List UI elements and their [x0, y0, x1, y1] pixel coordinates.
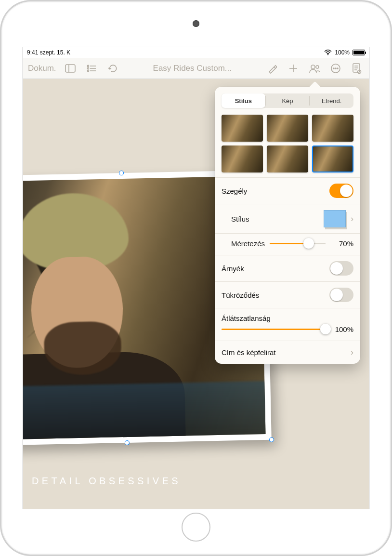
tab-image[interactable]: Kép	[266, 93, 310, 108]
preset-1[interactable]	[222, 115, 263, 142]
undo-button[interactable]	[103, 58, 123, 79]
tab-style[interactable]: Stílus	[222, 93, 265, 108]
svg-point-14	[333, 68, 334, 69]
insert-button[interactable]	[283, 58, 303, 79]
opacity-slider[interactable]	[222, 324, 326, 334]
format-tabs: Stílus Kép Elrend.	[222, 93, 353, 108]
format-popover: Stílus Kép Elrend. Szegély	[215, 87, 360, 364]
svg-point-15	[335, 68, 336, 69]
preset-6[interactable]	[312, 146, 353, 172]
svg-point-16	[337, 68, 338, 69]
border-style-preview	[324, 210, 346, 227]
collaborate-button[interactable]	[304, 58, 325, 79]
scale-label: Méretezés	[222, 239, 265, 248]
front-camera	[193, 20, 199, 27]
svg-point-0	[327, 54, 328, 55]
reflection-toggle[interactable]	[329, 288, 353, 302]
chevron-right-icon: ›	[348, 214, 353, 224]
svg-rect-1	[65, 65, 75, 72]
status-time: 9:41	[27, 49, 38, 56]
shadow-row: Árnyék	[215, 255, 360, 281]
preset-5[interactable]	[267, 146, 308, 172]
selection-handle-br[interactable]	[269, 437, 274, 442]
opacity-value: 100%	[330, 325, 353, 333]
more-button[interactable]	[326, 58, 346, 79]
format-brush-button[interactable]	[262, 58, 282, 79]
scale-value: 70%	[330, 239, 353, 248]
preset-3[interactable]	[312, 115, 353, 142]
document-canvas[interactable]: DETAIL OBSESSIVES Stílus Kép Elrend.	[23, 79, 369, 509]
scale-row: Méretezés 70%	[215, 233, 360, 255]
border-label: Szegély	[222, 187, 329, 195]
scale-slider[interactable]	[270, 238, 326, 248]
caption-row[interactable]: Cím és képfelirat ›	[215, 341, 360, 364]
status-right: 100%	[324, 49, 365, 56]
border-row: Szegély	[215, 177, 360, 204]
selection-handle-top[interactable]	[119, 171, 124, 175]
status-left: 9:41 szept. 15. K	[27, 49, 70, 56]
opacity-label: Átlátszatlanság	[215, 308, 360, 324]
wifi-icon	[324, 50, 332, 55]
battery-icon	[353, 50, 365, 55]
ipad-frame: 9:41 szept. 15. K 100% Dokum. Easy Rides…	[0, 0, 392, 556]
selection-handle-bottom[interactable]	[125, 440, 130, 445]
preset-4[interactable]	[222, 146, 263, 172]
svg-point-7	[87, 70, 89, 71]
outline-button[interactable]	[81, 58, 102, 79]
battery-pct: 100%	[335, 49, 350, 56]
reflection-row: Tükröződés	[215, 281, 360, 308]
sidebar-toggle-button[interactable]	[60, 58, 80, 79]
tab-arrange[interactable]: Elrend.	[310, 93, 353, 108]
home-button[interactable]	[182, 513, 210, 542]
toolbar: Dokum. Easy Rides Custom...	[23, 58, 369, 79]
shadow-label: Árnyék	[222, 265, 329, 273]
style-presets	[215, 115, 360, 177]
border-style-row[interactable]: Stílus ›	[215, 204, 360, 233]
svg-point-5	[87, 67, 89, 69]
caption-label: Cím és képfelirat	[222, 348, 348, 357]
svg-point-11	[311, 65, 315, 69]
page-caption: DETAIL OBSESSIVES	[32, 476, 181, 487]
status-bar: 9:41 szept. 15. K 100%	[23, 47, 369, 58]
screen: 9:41 szept. 15. K 100% Dokum. Easy Rides…	[23, 47, 369, 509]
shadow-toggle[interactable]	[329, 261, 353, 276]
preset-2[interactable]	[267, 115, 308, 142]
document-title[interactable]: Easy Rides Custom...	[124, 64, 261, 73]
back-button[interactable]: Dokum.	[25, 64, 59, 73]
status-date: szept. 15. K	[40, 49, 70, 56]
border-style-label: Stílus	[222, 215, 324, 223]
opacity-row: 100%	[215, 324, 360, 341]
border-toggle[interactable]	[329, 184, 353, 198]
reflection-label: Tükröződés	[222, 291, 329, 299]
document-view-button[interactable]	[347, 58, 367, 79]
svg-point-12	[316, 66, 319, 68]
svg-point-3	[87, 65, 89, 66]
chevron-right-icon: ›	[348, 347, 353, 357]
